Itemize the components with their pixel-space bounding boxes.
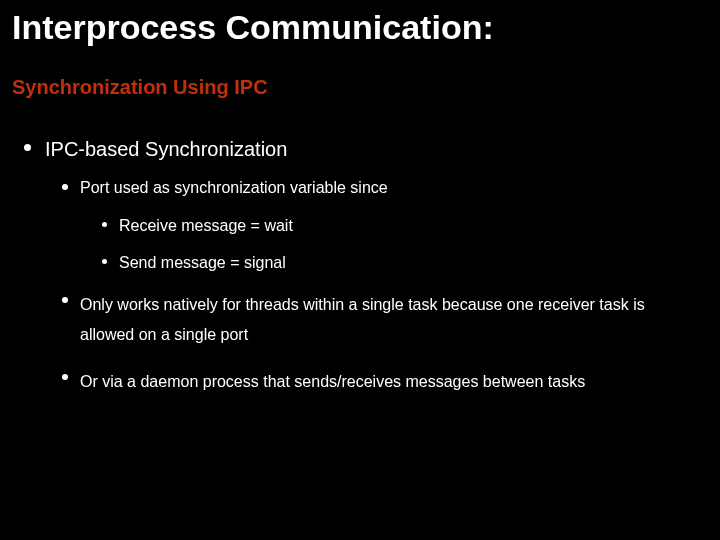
bullet-level3: Receive message = wait bbox=[102, 215, 696, 237]
slide-body: IPC-based Synchronization Port used as s… bbox=[24, 136, 696, 413]
slide-subtitle: Synchronization Using IPC bbox=[12, 76, 708, 99]
bullet-text: IPC-based Synchronization bbox=[45, 136, 287, 163]
bullet-text: Or via a daemon process that sends/recei… bbox=[80, 367, 585, 397]
bullet-level2: Only works natively for threads within a… bbox=[62, 290, 696, 351]
bullet-level2: Or via a daemon process that sends/recei… bbox=[62, 367, 696, 397]
bullet-text: Receive message = wait bbox=[119, 215, 293, 237]
slide: Interprocess Communication: Synchronizat… bbox=[0, 0, 720, 540]
bullet-text: Port used as synchronization variable si… bbox=[80, 177, 388, 199]
bullet-icon bbox=[102, 222, 107, 227]
bullet-text: Send message = signal bbox=[119, 252, 286, 274]
bullet-icon bbox=[62, 374, 68, 380]
bullet-icon bbox=[102, 259, 107, 264]
bullet-icon bbox=[62, 184, 68, 190]
bullet-level1: IPC-based Synchronization bbox=[24, 136, 696, 163]
bullet-text: Only works natively for threads within a… bbox=[80, 290, 696, 351]
bullet-icon bbox=[24, 144, 31, 151]
bullet-icon bbox=[62, 297, 68, 303]
bullet-level2: Port used as synchronization variable si… bbox=[62, 177, 696, 199]
bullet-level3: Send message = signal bbox=[102, 252, 696, 274]
slide-title: Interprocess Communication: bbox=[12, 8, 708, 47]
